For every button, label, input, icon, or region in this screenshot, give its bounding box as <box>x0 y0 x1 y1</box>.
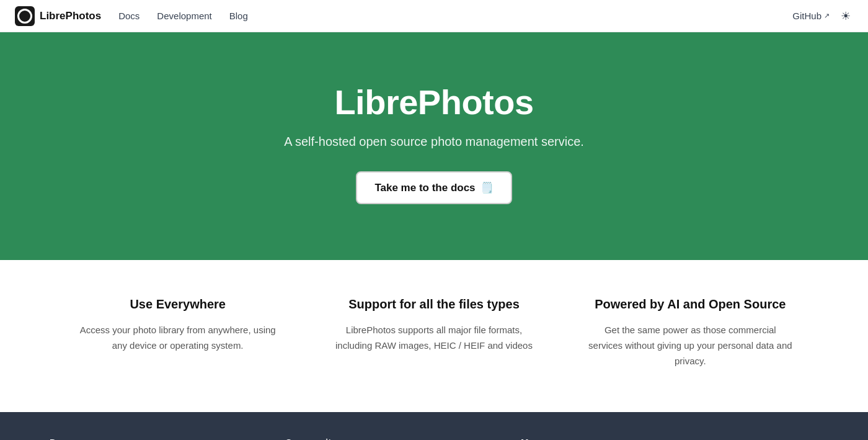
feature-ai-open-source: Powered by AI and Open Source Get the sa… <box>562 297 818 369</box>
nav-link-docs[interactable]: Docs <box>118 11 140 21</box>
logo-icon <box>15 6 35 26</box>
docs-cta-button[interactable]: Take me to the docs 🗒️ <box>356 171 512 204</box>
feature-use-everywhere: Use Everywhere Access your photo library… <box>50 297 306 369</box>
nav-link-blog[interactable]: Blog <box>229 11 248 21</box>
footer-col-community: Community Discord ↗ Development videos ↗ <box>285 437 521 440</box>
nav-link-development[interactable]: Development <box>157 11 211 21</box>
footer-more-title: More <box>521 437 756 440</box>
logo-text: LibrePhotos <box>40 10 101 22</box>
hero-title: LibrePhotos <box>334 82 533 122</box>
nav-right: GitHub ↗ ☀ <box>792 7 853 25</box>
feature-file-types: Support for all the files types LibrePho… <box>306 297 562 369</box>
theme-icon: ☀ <box>841 9 851 23</box>
footer-docs-title: Docs <box>50 437 285 440</box>
nav-left: LibrePhotos Docs Development Blog <box>15 6 248 26</box>
github-label: GitHub <box>792 11 822 21</box>
feature-text-0: Access your photo library from anywhere,… <box>74 323 281 354</box>
hero-section: LibrePhotos A self-hosted open source ph… <box>0 32 868 260</box>
feature-text-1: LibrePhotos supports all major file form… <box>330 323 537 354</box>
footer-community-title: Community <box>285 437 521 440</box>
github-link[interactable]: GitHub ↗ <box>792 11 830 21</box>
hero-subtitle: A self-hosted open source photo manageme… <box>284 135 584 149</box>
feature-text-2: Get the same power as those commercial s… <box>587 323 794 369</box>
feature-title-2: Powered by AI and Open Source <box>587 297 794 312</box>
footer: Docs Docs Development Community Discord … <box>0 412 868 440</box>
external-link-icon: ↗ <box>824 12 830 20</box>
logo-link[interactable]: LibrePhotos <box>15 6 101 26</box>
cta-label: Take me to the docs <box>374 182 475 194</box>
navbar: LibrePhotos Docs Development Blog GitHub… <box>0 0 868 32</box>
features-section: Use Everywhere Access your photo library… <box>0 260 868 412</box>
footer-col-more: More Blog Demo ↗ <box>521 437 756 440</box>
feature-title-0: Use Everywhere <box>74 297 281 312</box>
footer-col-docs: Docs Docs Development <box>50 437 285 440</box>
theme-toggle-button[interactable]: ☀ <box>838 7 853 25</box>
feature-title-1: Support for all the files types <box>330 297 537 312</box>
cta-icon: 🗒️ <box>480 181 494 194</box>
